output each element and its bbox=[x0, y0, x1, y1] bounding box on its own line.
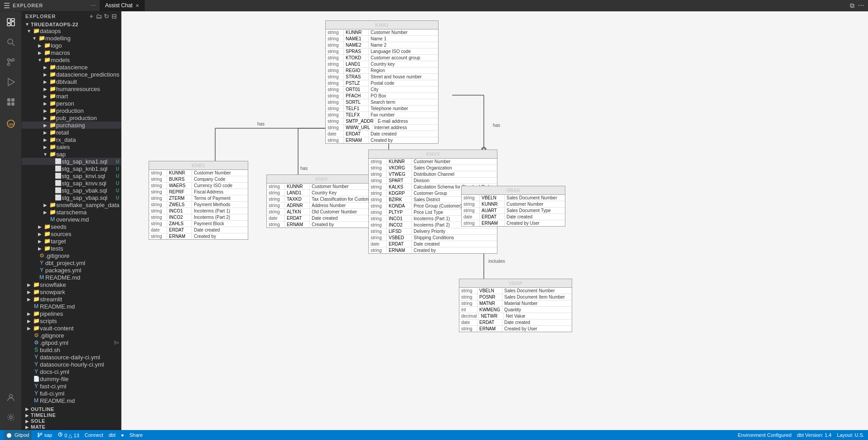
sidebar-item-modelling[interactable]: ▼ 📁 modelling bbox=[22, 34, 121, 42]
sidebar-item-ds-daily[interactable]: Y datasource-daily-ci.yml bbox=[22, 353, 121, 361]
sidebar-item-root-gitignore[interactable]: ⚙ .gitignore bbox=[22, 332, 121, 339]
sidebar-item-stg-sap-vbap[interactable]: ⬜ stg_sap_vbap.sql U bbox=[22, 194, 121, 201]
sidebar-item-gitpod[interactable]: ⚙ .gitpod.yml 9+ bbox=[22, 339, 121, 346]
er-row: stringSTRASStreet and house number bbox=[326, 74, 438, 80]
sidebar-item-datascience-predictions[interactable]: ▶ 📁 datascience_predictions bbox=[22, 71, 121, 78]
activity-dbt[interactable]: dbt bbox=[2, 115, 20, 133]
tab-label: Assist Chat bbox=[105, 2, 133, 9]
sidebar-section-sole[interactable]: ▶ SOLE bbox=[22, 418, 121, 424]
statusbar-branch[interactable]: sap bbox=[37, 432, 52, 438]
sidebar-item-stg-sap-knvv[interactable]: ⬜ stg_sap_knvv.sql U bbox=[22, 179, 121, 187]
split-editor-icon[interactable]: ⧉ bbox=[850, 2, 854, 10]
sidebar-item-dummy[interactable]: 📄 dummy-file bbox=[22, 375, 121, 382]
sidebar-item-target[interactable]: ▶ 📁 target bbox=[22, 237, 121, 245]
statusbar-share[interactable]: Share bbox=[130, 432, 143, 438]
sidebar-item-starschema[interactable]: ▶ 📁 starschema bbox=[22, 208, 121, 216]
sidebar-item-logo[interactable]: ▶ 📁 logo bbox=[22, 42, 121, 49]
er-row: stringTAXKDTax Classification for Custom… bbox=[267, 196, 376, 203]
sidebar-item-docs-ci[interactable]: Y docs-ci.yml bbox=[22, 368, 121, 375]
tab-assist-chat[interactable]: Assist Chat ✕ bbox=[100, 0, 145, 11]
sidebar-item-dbt-project[interactable]: Y dbt_project.yml bbox=[22, 259, 121, 266]
sidebar-item-readme1[interactable]: M README.md bbox=[22, 274, 121, 281]
svg-rect-2 bbox=[11, 22, 14, 26]
sidebar-item-snowpark[interactable]: ▶ 📁 snowpark bbox=[22, 288, 121, 295]
activity-settings[interactable] bbox=[2, 408, 20, 426]
er-row: stringZAHLSPayment Block bbox=[149, 221, 248, 227]
er-row: stringNAME2Name 2 bbox=[326, 42, 438, 48]
sidebar-item-seeds[interactable]: ▶ 📁 seeds bbox=[22, 223, 121, 230]
er-row: stringSORTLSearch term bbox=[326, 99, 438, 106]
sidebar-section-outline[interactable]: ▶ OUTLINE bbox=[22, 406, 121, 412]
diagram-container[interactable]: has has has bbox=[121, 11, 868, 430]
sidebar-item-fast-ci[interactable]: Y fast-ci.yml bbox=[22, 382, 121, 390]
sidebar-item-tests[interactable]: ▶ 📁 tests bbox=[22, 245, 121, 252]
sidebar-item-pub-production[interactable]: ▶ 📁 pub_production bbox=[22, 114, 121, 121]
sidebar-item-dbtvault[interactable]: ▶ 📁 dbtvault bbox=[22, 78, 121, 85]
er-row: stringAUARTSales Document Type bbox=[462, 208, 565, 214]
new-folder-icon[interactable]: 🗂 bbox=[96, 13, 102, 20]
project-root[interactable]: ▼ TRUEDATAOPS-22 bbox=[22, 21, 121, 27]
sidebar-item-humanresources[interactable]: ▶ 📁 humanresources bbox=[22, 85, 121, 92]
sidebar-item-person[interactable]: ▶ 📁 person bbox=[22, 100, 121, 107]
sidebar-section-timeline[interactable]: ▶ TIMELINE bbox=[22, 412, 121, 418]
sidebar-item-mart[interactable]: ▶ 📁 mart bbox=[22, 92, 121, 100]
sidebar-item-snowflake-sample[interactable]: ▶ 📁 snowflake_sample_data bbox=[22, 201, 121, 208]
sidebar-header: EXPLORER + 🗂 ↻ ⊟ bbox=[22, 11, 121, 21]
sidebar-item-sap[interactable]: ▼ 📁 sap bbox=[22, 150, 121, 158]
er-row: stringPSTLZPostal code bbox=[326, 80, 438, 87]
activity-extensions[interactable] bbox=[2, 93, 20, 111]
menu-icon[interactable]: ☰ bbox=[4, 1, 10, 10]
sidebar-item-pipelines[interactable]: ▶ 📁 pipelines bbox=[22, 310, 121, 317]
statusbar-gitpod[interactable]: Gitpod bbox=[4, 430, 32, 440]
sidebar-item-stg-sap-knb1[interactable]: ⬜ stg_sap_knb1.sql U bbox=[22, 165, 121, 172]
sidebar-item-vault-content[interactable]: ▶ 📁 vault-content bbox=[22, 324, 121, 332]
sidebar-item-scripts[interactable]: ▶ 📁 scripts bbox=[22, 317, 121, 324]
sidebar-item-overview[interactable]: M overview.md bbox=[22, 216, 121, 223]
sidebar-item-gitignore[interactable]: ⚙ .gitignore bbox=[22, 252, 121, 259]
statusbar-env[interactable]: Connect bbox=[85, 432, 103, 438]
activity-run[interactable] bbox=[2, 73, 20, 91]
er-row: stringKUNNRCustomer Number bbox=[149, 170, 248, 176]
refresh-icon[interactable]: ↻ bbox=[104, 13, 110, 20]
sidebar-item-purchasing[interactable]: ▶ 📁 purchasing bbox=[22, 121, 121, 129]
er-row: stringERNAMCreated by User bbox=[459, 326, 572, 332]
content-area[interactable]: has has has bbox=[121, 11, 868, 430]
er-table-vbak-header: VBAK bbox=[462, 186, 565, 195]
collapse-all-icon[interactable]: ⊟ bbox=[111, 13, 117, 20]
sidebar-item-macros[interactable]: ▶ 📁 macros bbox=[22, 49, 121, 56]
sidebar-item-models[interactable]: ▼ 📁 models bbox=[22, 56, 121, 63]
sidebar-item-full-ci[interactable]: Y full-ci.yml bbox=[22, 390, 121, 397]
more-actions-icon[interactable]: ⋯ bbox=[858, 2, 864, 9]
er-row: stringWWW_URLInternet address bbox=[326, 125, 438, 131]
sidebar-item-ds-hourly[interactable]: Y datasource-hourly-ci.yml bbox=[22, 361, 121, 368]
sidebar-item-stg-sap-vbak[interactable]: ⬜ stg_sap_vbak.sql U bbox=[22, 187, 121, 194]
activity-explorer[interactable] bbox=[2, 13, 20, 31]
sidebar-section-mate[interactable]: ▶ MATE bbox=[22, 424, 121, 430]
sidebar-item-retail[interactable]: ▶ 📁 retail bbox=[22, 129, 121, 136]
new-file-icon[interactable]: + bbox=[90, 13, 94, 20]
more-options-icon[interactable]: ⋯ bbox=[91, 2, 96, 9]
statusbar-sync[interactable]: 0 △ 13 bbox=[58, 432, 79, 439]
activity-source-control[interactable] bbox=[2, 53, 20, 71]
activity-search[interactable] bbox=[2, 33, 20, 51]
sidebar-item-stg-sap-kna1[interactable]: ⬜ stg_sap_kna1.sql U bbox=[22, 158, 121, 165]
statusbar-right: Environment Configured dbt Version: 1.4 … bbox=[738, 432, 864, 438]
sidebar-item-snowflake[interactable]: ▶ 📁 snowflake bbox=[22, 281, 121, 288]
sidebar-item-stg-sap-knvi[interactable]: ⬜ stg_sap_knvi.sql U bbox=[22, 172, 121, 179]
statusbar-dbt[interactable]: dbt bbox=[109, 432, 116, 438]
sidebar-item-streamlit[interactable]: ▶ 📁 streamlit bbox=[22, 295, 121, 303]
sidebar-item-readme3[interactable]: M README.md bbox=[22, 397, 121, 404]
sidebar-item-datascience[interactable]: ▶ 📁 datascience bbox=[22, 63, 121, 71]
sidebar-item-dataops[interactable]: ▼ 📁 dataops bbox=[22, 27, 121, 34]
sidebar-item-readme2[interactable]: M README.md bbox=[22, 303, 121, 310]
tab-close-icon[interactable]: ✕ bbox=[135, 3, 139, 8]
sidebar-item-rx-data[interactable]: ▶ 📁 rx_data bbox=[22, 136, 121, 143]
er-row: stringVSBEDShipping Conditions bbox=[369, 235, 497, 241]
sidebar-item-sales[interactable]: ▶ 📁 sales bbox=[22, 143, 121, 150]
activity-account[interactable] bbox=[2, 388, 20, 406]
sidebar-item-sources[interactable]: ▶ 📁 sources bbox=[22, 230, 121, 237]
sidebar-item-build[interactable]: S build.sh bbox=[22, 346, 121, 353]
er-row: stringLIFSDDelivery Priority bbox=[369, 228, 497, 235]
sidebar-item-packages[interactable]: Y packages.yml bbox=[22, 266, 121, 274]
sidebar-item-production[interactable]: ▶ 📁 production bbox=[22, 107, 121, 114]
